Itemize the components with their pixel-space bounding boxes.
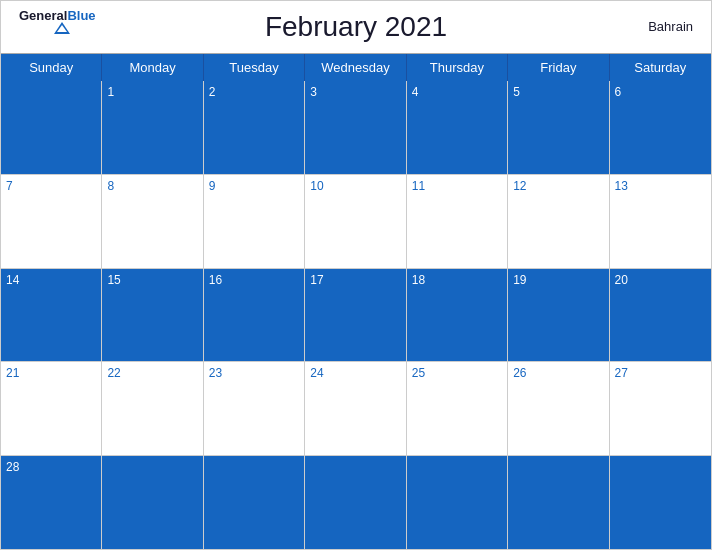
day-cell: 21 — [1, 362, 102, 455]
day-number: 5 — [513, 85, 520, 99]
day-number: 26 — [513, 366, 526, 380]
day-cell: 23 — [204, 362, 305, 455]
day-cell: 10 — [305, 175, 406, 268]
day-number: 24 — [310, 366, 323, 380]
week-row-3: 14151617181920 — [1, 269, 711, 363]
day-cell: 28 — [1, 456, 102, 549]
day-number: 3 — [310, 85, 317, 99]
week-row-2: 78910111213 — [1, 175, 711, 269]
day-number: 15 — [107, 273, 120, 287]
day-header-friday: Friday — [508, 54, 609, 81]
day-headers: SundayMondayTuesdayWednesdayThursdayFrid… — [1, 54, 711, 81]
day-number: 22 — [107, 366, 120, 380]
logo-icon — [53, 20, 71, 36]
day-cell: 15 — [102, 269, 203, 362]
logo-blue: Blue — [67, 9, 95, 22]
day-cell: 20 — [610, 269, 711, 362]
day-cell: 16 — [204, 269, 305, 362]
day-cell: 8 — [102, 175, 203, 268]
day-cell: 27 — [610, 362, 711, 455]
day-header-tuesday: Tuesday — [204, 54, 305, 81]
day-cell: 12 — [508, 175, 609, 268]
logo: General Blue — [19, 9, 96, 36]
day-cell: 4 — [407, 81, 508, 174]
day-cell — [610, 456, 711, 549]
calendar-header: General Blue February 2021 Bahrain — [1, 1, 711, 53]
day-cell: 19 — [508, 269, 609, 362]
day-cell: 9 — [204, 175, 305, 268]
day-header-monday: Monday — [102, 54, 203, 81]
day-cell: 24 — [305, 362, 406, 455]
day-number: 6 — [615, 85, 622, 99]
day-cell: 25 — [407, 362, 508, 455]
day-cell: 6 — [610, 81, 711, 174]
day-number: 18 — [412, 273, 425, 287]
day-number: 12 — [513, 179, 526, 193]
day-header-sunday: Sunday — [1, 54, 102, 81]
day-cell — [305, 456, 406, 549]
month-title: February 2021 — [265, 11, 447, 43]
day-number: 13 — [615, 179, 628, 193]
day-number: 8 — [107, 179, 114, 193]
day-cell: 13 — [610, 175, 711, 268]
day-number: 19 — [513, 273, 526, 287]
day-header-wednesday: Wednesday — [305, 54, 406, 81]
day-number: 4 — [412, 85, 419, 99]
day-cell: 11 — [407, 175, 508, 268]
day-number: 10 — [310, 179, 323, 193]
week-row-5: 28 — [1, 456, 711, 549]
day-number: 20 — [615, 273, 628, 287]
week-row-4: 21222324252627 — [1, 362, 711, 456]
day-cell: 7 — [1, 175, 102, 268]
day-number: 27 — [615, 366, 628, 380]
weeks-container: 1234567891011121314151617181920212223242… — [1, 81, 711, 549]
day-number: 9 — [209, 179, 216, 193]
day-cell — [102, 456, 203, 549]
day-number: 21 — [6, 366, 19, 380]
day-number: 11 — [412, 179, 425, 193]
day-cell — [508, 456, 609, 549]
calendar: General Blue February 2021 Bahrain Sunda… — [0, 0, 712, 550]
day-header-saturday: Saturday — [610, 54, 711, 81]
day-number: 1 — [107, 85, 114, 99]
day-cell: 2 — [204, 81, 305, 174]
country-label: Bahrain — [648, 19, 693, 34]
calendar-grid: SundayMondayTuesdayWednesdayThursdayFrid… — [1, 53, 711, 549]
day-number: 7 — [6, 179, 13, 193]
day-number: 16 — [209, 273, 222, 287]
week-row-1: 123456 — [1, 81, 711, 175]
day-cell — [204, 456, 305, 549]
day-number: 14 — [6, 273, 19, 287]
day-cell — [1, 81, 102, 174]
day-number: 28 — [6, 460, 19, 474]
day-cell: 1 — [102, 81, 203, 174]
day-cell: 17 — [305, 269, 406, 362]
day-cell — [407, 456, 508, 549]
day-number: 17 — [310, 273, 323, 287]
day-cell: 18 — [407, 269, 508, 362]
day-header-thursday: Thursday — [407, 54, 508, 81]
day-cell: 5 — [508, 81, 609, 174]
day-cell: 14 — [1, 269, 102, 362]
day-number: 25 — [412, 366, 425, 380]
day-cell: 22 — [102, 362, 203, 455]
day-number: 23 — [209, 366, 222, 380]
day-cell: 26 — [508, 362, 609, 455]
day-number: 2 — [209, 85, 216, 99]
day-cell: 3 — [305, 81, 406, 174]
